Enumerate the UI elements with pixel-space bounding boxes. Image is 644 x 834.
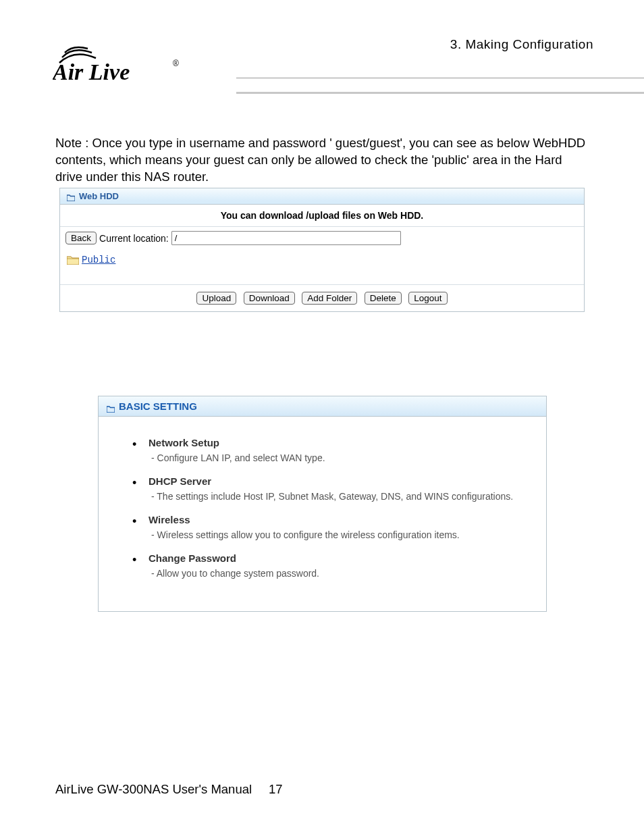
location-bar: Back Current location: bbox=[60, 227, 584, 248]
list-item: Change Password - Allow you to change sy… bbox=[132, 552, 533, 579]
back-button[interactable]: Back bbox=[65, 232, 97, 244]
basic-setting-body: Network Setup - Configure LAN IP, and se… bbox=[99, 417, 546, 611]
add-folder-button[interactable]: Add Folder bbox=[302, 292, 357, 305]
webhdd-message: You can download /upload files on Web HD… bbox=[60, 205, 584, 227]
chapter-title: 3. Making Configuration bbox=[450, 37, 593, 52]
webhdd-header: Web HDD bbox=[60, 188, 584, 205]
public-folder-link[interactable]: Public bbox=[82, 255, 115, 265]
svg-text:®: ® bbox=[173, 59, 179, 68]
list-item: Network Setup - Configure LAN IP, and se… bbox=[132, 437, 533, 463]
location-input[interactable] bbox=[171, 231, 401, 245]
airlive-logo: Air Live ® bbox=[53, 41, 188, 88]
page-footer: AirLive GW-300NAS User's Manual 17 bbox=[55, 782, 589, 797]
webhdd-panel: Web HDD You can download /upload files o… bbox=[59, 188, 585, 312]
svg-text:Air Live: Air Live bbox=[53, 59, 130, 84]
button-bar: Upload Download Add Folder Delete Logout bbox=[60, 284, 584, 311]
page-number: 17 bbox=[269, 782, 283, 797]
folder-list: Public bbox=[60, 248, 584, 284]
basic-setting-header: BASIC SETTING bbox=[99, 396, 546, 417]
list-item: DHCP Server - The settings include Host … bbox=[132, 475, 533, 502]
page-header: Air Live ® 3. Making Configuration bbox=[0, 0, 644, 118]
item-desc: - Allow you to change system password. bbox=[149, 568, 533, 579]
logout-button[interactable]: Logout bbox=[408, 292, 447, 305]
item-title: Network Setup bbox=[149, 437, 533, 448]
item-title: DHCP Server bbox=[149, 475, 533, 487]
manual-title: AirLive GW-300NAS User's Manual bbox=[55, 782, 252, 797]
item-desc: - Configure LAN IP, and select WAN type. bbox=[149, 452, 533, 463]
list-item: Wireless - Wireless settings allow you t… bbox=[132, 514, 533, 540]
basic-setting-title: BASIC SETTING bbox=[119, 400, 197, 412]
item-title: Change Password bbox=[149, 552, 533, 564]
delete-button[interactable]: Delete bbox=[365, 292, 402, 305]
webhdd-title: Web HDD bbox=[79, 191, 119, 201]
note-paragraph: Note : Once you type in username and pas… bbox=[55, 135, 589, 186]
download-button[interactable]: Download bbox=[244, 292, 295, 305]
item-title: Wireless bbox=[149, 514, 533, 525]
folder-bullet-icon bbox=[107, 403, 115, 410]
basic-setting-panel: BASIC SETTING Network Setup - Configure … bbox=[98, 396, 547, 612]
location-label: Current location: bbox=[99, 233, 169, 244]
item-desc: - The settings include Host IP, Subnet M… bbox=[149, 491, 533, 502]
folder-bullet-icon bbox=[67, 193, 75, 200]
folder-icon bbox=[67, 255, 79, 265]
header-divider bbox=[236, 78, 644, 94]
item-desc: - Wireless settings allow you to configu… bbox=[149, 529, 533, 540]
upload-button[interactable]: Upload bbox=[196, 292, 236, 305]
